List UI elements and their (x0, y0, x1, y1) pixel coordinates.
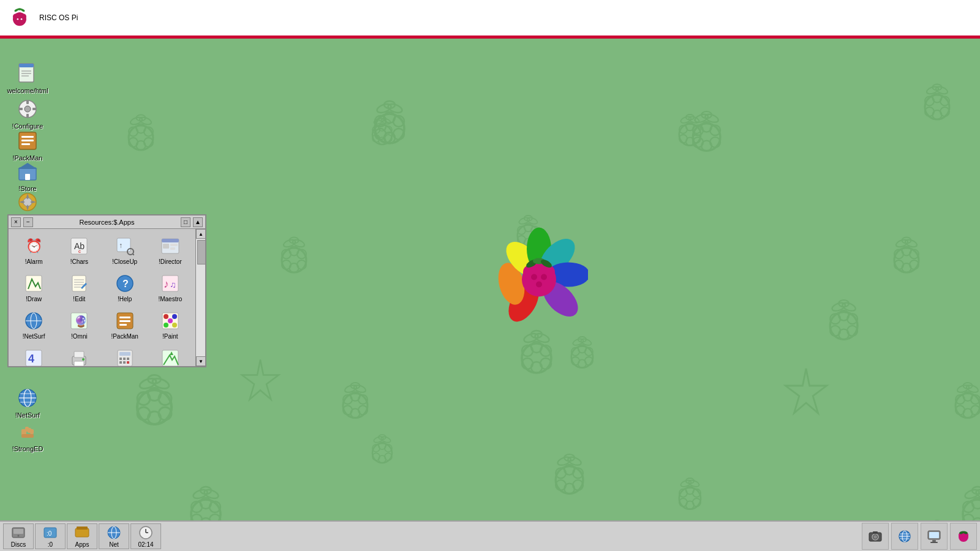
svg-rect-52 (30, 429, 34, 434)
app-squash[interactable]: !Squash (148, 343, 193, 366)
desktop-icon-stronged[interactable]: !StrongED (6, 419, 49, 452)
svg-point-14 (17, 12, 23, 18)
taskbar-drive-label: :0 (48, 541, 53, 548)
stronged-desk-icon (15, 419, 40, 444)
svg-rect-165 (930, 542, 938, 543)
svg-point-129 (537, 276, 584, 323)
svg-rect-67 (72, 276, 86, 291)
app-packman-win[interactable]: !PackMan (102, 306, 148, 343)
taskbar-clock[interactable]: 02:14 (130, 523, 161, 549)
window-maximize-button[interactable]: ▲ (193, 217, 203, 227)
topbar: RISC OS Pi (0, 0, 980, 37)
window-scrollbar[interactable]: ▲ ▼ (195, 229, 205, 366)
svg-point-18 (17, 18, 19, 20)
svg-point-26 (24, 106, 31, 112)
app-help[interactable]: ? !Help (102, 269, 148, 306)
svg-text:♫: ♫ (170, 280, 176, 290)
window-toggle-button[interactable]: − (23, 217, 33, 227)
logo-container: RISC OS Pi (6, 4, 78, 31)
app-edit-label: !Edit (73, 296, 85, 302)
taskbar-raspberry[interactable] (950, 523, 977, 550)
svg-point-139 (540, 258, 553, 269)
scroll-up-button[interactable]: ▲ (196, 229, 206, 239)
app-netsurf-label: !NetSurf (23, 333, 45, 340)
desktop-icon-netsurf[interactable]: !NetSurf (6, 386, 49, 419)
desktop: RISC OS Pi welcome/html !Configure !Pack… (0, 0, 980, 551)
app-maestro[interactable]: ♪♫ !Maestro (148, 269, 193, 306)
svg-point-90 (164, 323, 168, 328)
netsurf-desk-label: !NetSurf (15, 411, 40, 419)
svg-rect-102 (123, 358, 126, 360)
window-titlebar[interactable]: × − Resources:$.Apps □ ▲ (9, 216, 205, 229)
taskbar-net-label: Net (109, 541, 119, 548)
svg-point-123 (502, 277, 545, 323)
app-omni[interactable]: 🔮 !Omni (56, 306, 102, 343)
svg-rect-100 (119, 352, 130, 356)
app-netsurf[interactable]: !NetSurf (11, 306, 56, 343)
app-printers[interactable]: !Printers (56, 343, 102, 366)
app-director-label: !Director (159, 258, 182, 265)
app-scicalc[interactable]: !SciCalc (102, 343, 148, 366)
app-edit[interactable]: !Edit (56, 269, 102, 306)
desktop-icon-welcome[interactable]: welcome/html (6, 61, 49, 94)
taskbar-globe[interactable] (891, 523, 918, 550)
svg-point-127 (533, 233, 581, 280)
svg-rect-164 (932, 540, 936, 542)
svg-line-60 (133, 254, 134, 255)
taskbar-net[interactable]: Net (99, 523, 129, 549)
svg-text::0: :0 (47, 530, 52, 537)
svg-rect-30 (32, 108, 36, 110)
store-icon (15, 159, 40, 184)
file-manager-window: × − Resources:$.Apps □ ▲ ⏰ !Alarm Abc (7, 214, 206, 367)
window-resize-button[interactable]: □ (181, 217, 190, 227)
svg-text:?: ? (123, 279, 129, 289)
taskbar-discs-label: Discs (11, 541, 26, 548)
app-alarm[interactable]: ⏰ !Alarm (11, 231, 56, 269)
svg-rect-28 (26, 114, 29, 118)
svg-point-137 (525, 258, 538, 269)
svg-point-124 (494, 260, 529, 308)
app-draw[interactable]: !Draw (11, 269, 56, 306)
taskbar-apps[interactable]: Apps (67, 523, 97, 549)
desktop-icon-configure[interactable]: !Configure (6, 97, 49, 130)
welcome-label: welcome/html (7, 87, 48, 94)
app-omni-label: !Omni (71, 333, 88, 340)
taskbar-discs[interactable]: Discs (3, 523, 34, 549)
app-closeup[interactable]: ↑ !CloseUp (102, 231, 148, 269)
svg-rect-106 (127, 361, 129, 364)
scroll-down-button[interactable]: ▼ (196, 356, 206, 366)
app-pipedream[interactable]: 4 !PipeDream (11, 343, 56, 366)
app-chars[interactable]: Abc !Chars (56, 231, 102, 269)
taskbar-right (862, 523, 977, 550)
logo-risc-os: RISC OS (39, 13, 72, 22)
svg-point-155 (873, 535, 877, 539)
svg-point-126 (527, 228, 551, 271)
svg-rect-163 (929, 532, 939, 538)
clock-icon (138, 525, 153, 541)
svg-point-125 (500, 236, 548, 283)
net-icon (107, 525, 121, 541)
app-director[interactable]: !Director (148, 231, 193, 269)
packman-icon (15, 129, 40, 153)
window-title: Resources:$.Apps (33, 219, 181, 226)
app-paint[interactable]: !Paint (148, 306, 193, 343)
taskbar-camera[interactable] (862, 523, 889, 550)
app-chars-label: !Chars (70, 258, 88, 265)
scroll-thumb[interactable] (197, 240, 206, 264)
svg-rect-145 (75, 528, 89, 537)
taskbar-drive[interactable]: :0 :0 (35, 523, 66, 549)
nutpi-icon (15, 190, 40, 214)
svg-point-19 (21, 18, 23, 20)
taskbar-display[interactable] (921, 523, 948, 550)
app-paint-label: !Paint (162, 333, 178, 340)
desktop-icon-packman[interactable]: !PackMan (6, 129, 49, 162)
app-maestro-label: !Maestro (158, 296, 182, 302)
desktop-icon-store[interactable]: !Store (6, 159, 49, 192)
svg-rect-96 (74, 351, 84, 358)
window-close-button[interactable]: × (11, 217, 21, 227)
svg-point-133 (532, 261, 546, 276)
svg-rect-53 (21, 434, 34, 438)
svg-point-135 (541, 274, 547, 280)
svg-rect-141 (13, 529, 23, 534)
svg-point-134 (531, 274, 537, 280)
